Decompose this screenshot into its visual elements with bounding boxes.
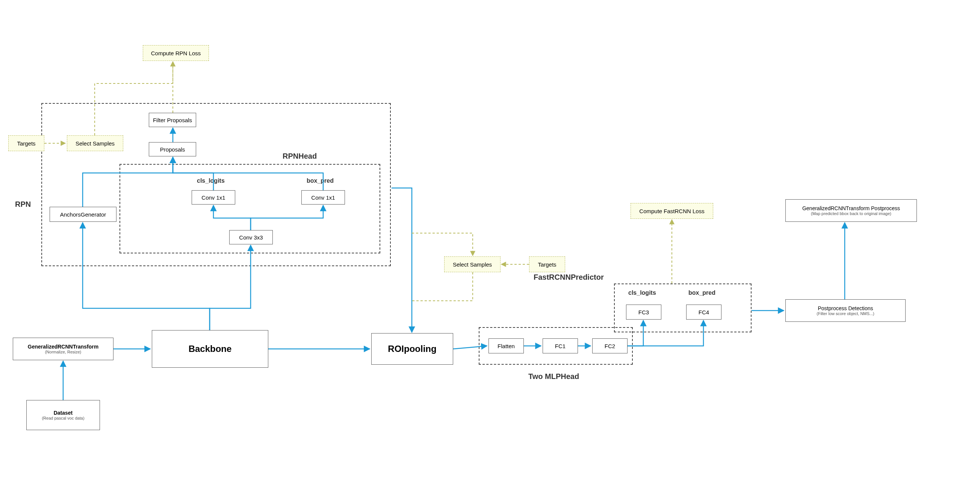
targets1-box: Targets [8,135,45,151]
select-samples2-box: Select Samples [444,256,501,272]
dataset-title: Dataset [54,410,73,416]
rpnhead-label: RPNHead [283,152,317,161]
transform-title: GeneralizedRCNNTransform [28,344,99,350]
rpn-label: RPN [15,200,31,209]
box-pred-label: box_pred [307,177,334,184]
postprocess-final-box: GeneralizedRCNNTransform Postprocess (Ma… [785,199,917,222]
targets2-box: Targets [529,256,565,272]
postprocess-det-title: Postprocess Detections [818,305,873,311]
anchors-box: AnchorsGenerator [49,207,116,222]
pred-box-pred-label: box_pred [689,289,716,296]
fastrcnn-predictor-label: FastRCNNPredictor [534,273,604,282]
dataset-sub: (Read pascal voc data) [42,416,84,420]
two-mlphead-label: Two MLPHead [528,372,579,381]
postprocess-final-sub: (Map predicted bbox back to original ima… [811,211,891,216]
fc4-box: FC4 [686,305,721,319]
cls-logits-label: cls_logits [197,177,225,184]
backbone-box: Backbone [152,330,268,368]
transform-box: GeneralizedRCNNTransform (Normalize, Res… [13,338,113,360]
fc1-box: FC1 [542,338,578,353]
compute-rpn-loss-box: Compute RPN Loss [143,45,209,61]
roipooling-box: ROIpooling [371,333,453,365]
filter-proposals-box: Filter Proposals [149,113,196,127]
fc3-box: FC3 [626,305,661,319]
select-samples1-box: Select Samples [67,135,123,151]
conv1x1-cls-box: Conv 1x1 [192,190,235,204]
fc2-box: FC2 [592,338,628,353]
conv1x1-box-box: Conv 1x1 [301,190,345,204]
conv3x3-box: Conv 3x3 [229,230,273,244]
transform-sub: (Normalize, Resize) [45,350,81,354]
flatten-box: Flatten [488,338,524,353]
compute-fastrcnn-loss-box: Compute FastRCNN Loss [630,203,713,219]
pred-cls-logits-label: cls_logits [628,289,656,296]
postprocess-det-box: Postprocess Detections (Filter low score… [785,299,905,322]
postprocess-det-sub: (Filter low score object, NMS...) [816,311,874,316]
postprocess-final-title: GeneralizedRCNNTransform Postprocess [802,205,900,211]
dataset-box: Dataset (Read pascal voc data) [26,400,100,430]
proposals-box: Proposals [149,142,196,156]
